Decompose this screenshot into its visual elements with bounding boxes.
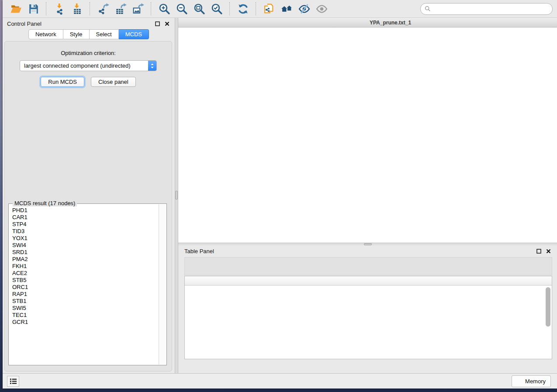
result-list-item[interactable]: ACE2 <box>12 270 159 277</box>
network-graph[interactable] <box>178 28 309 93</box>
hide-graphics-details-button[interactable] <box>298 2 311 15</box>
network-canvas[interactable] <box>178 28 557 243</box>
zoom-fit-button[interactable] <box>193 2 206 15</box>
close-panel-icon[interactable] <box>545 248 552 254</box>
mcds-result-list[interactable]: PHD1CAR1STP4TID3YOX1SWI4SRD1PMA2FKH1ACE2… <box>9 205 159 364</box>
close-window-icon[interactable] <box>182 20 187 25</box>
table-panel: Table Panel <box>178 245 557 373</box>
right-column: YPA_prune.txt_1 Table Panel <box>178 18 557 373</box>
criterion-dropdown[interactable]: largest connected component (undirected) <box>20 60 157 71</box>
result-list-item[interactable]: TEC1 <box>12 312 159 319</box>
network-window-titlebar: YPA_prune.txt_1 <box>178 18 557 28</box>
memory-button-label: Memory <box>525 378 546 385</box>
result-list-item[interactable]: GCR1 <box>12 319 159 326</box>
run-mcds-button[interactable]: Run MCDS <box>41 77 84 87</box>
control-panel: Control Panel NetworkStyleSelectMCDS Opt… <box>3 18 175 373</box>
zoom-selected-icon <box>211 3 223 15</box>
control-panel-tabs: NetworkStyleSelectMCDS <box>3 29 175 39</box>
network-from-selection-button[interactable] <box>263 2 276 15</box>
toolbar-separator <box>256 2 256 15</box>
search-input[interactable] <box>433 5 548 12</box>
control-panel-title: Control Panel <box>7 21 42 27</box>
result-list-item[interactable]: STB5 <box>12 277 159 284</box>
search-box[interactable] <box>420 3 553 15</box>
main-toolbar <box>3 0 557 18</box>
application-window: Control Panel NetworkStyleSelectMCDS Opt… <box>3 0 557 389</box>
vertical-splitter[interactable] <box>175 18 178 373</box>
zoom-out-button[interactable] <box>175 2 188 15</box>
result-list-item[interactable]: TID3 <box>12 228 159 235</box>
table-scrollbar[interactable] <box>545 285 551 358</box>
result-list-item[interactable]: CAR1 <box>12 214 159 221</box>
result-list-item[interactable]: PMA2 <box>12 256 159 263</box>
import-network-button[interactable] <box>53 2 66 15</box>
result-list-item[interactable]: SWI4 <box>12 242 159 249</box>
toolbar-separator <box>46 2 47 15</box>
zoom-fit-icon <box>194 3 205 15</box>
table-toolbar <box>184 257 552 275</box>
network-from-selection-icon <box>263 3 275 15</box>
result-list-item[interactable]: PHD1 <box>12 207 159 214</box>
import-table-icon <box>71 3 83 15</box>
optimization-criterion-label: Optimization criterion: <box>5 50 172 56</box>
tab-style[interactable]: Style <box>63 29 90 39</box>
table-panel-title: Table Panel <box>184 248 214 254</box>
dropdown-stepper-icon <box>148 61 156 71</box>
toolbar-separator <box>90 2 90 15</box>
status-bar: Memory <box>3 373 557 389</box>
tab-mcds[interactable]: MCDS <box>119 29 149 39</box>
apply-layout-button[interactable] <box>236 2 249 15</box>
mcds-result-group: MCDS result (17 nodes) PHD1CAR1STP4TID3Y… <box>8 203 167 365</box>
show-graphics-details-icon <box>316 3 328 15</box>
scrollbar-thumb[interactable] <box>546 287 550 327</box>
zoom-in-button[interactable] <box>158 2 171 15</box>
result-list-item[interactable]: STB1 <box>12 298 159 305</box>
open-file-button[interactable] <box>9 2 22 15</box>
mcds-tab-panel: Optimization criterion: largest connecte… <box>4 41 172 371</box>
toolbar-separator <box>229 2 230 15</box>
save-session-button[interactable] <box>27 2 40 15</box>
result-list-item[interactable]: YOX1 <box>12 235 159 242</box>
result-list-item[interactable]: RAP1 <box>12 291 159 298</box>
open-file-icon <box>10 3 22 15</box>
task-history-button[interactable] <box>7 376 19 387</box>
table-body <box>185 285 544 359</box>
import-network-icon <box>54 3 66 15</box>
result-list-item[interactable]: STP4 <box>12 221 159 228</box>
memory-status-icon <box>517 378 522 384</box>
splitter-grip[interactable] <box>175 191 178 199</box>
tab-select[interactable]: Select <box>90 29 119 39</box>
memory-button[interactable]: Memory <box>512 375 551 387</box>
main-area: Control Panel NetworkStyleSelectMCDS Opt… <box>3 18 557 373</box>
result-list-item[interactable]: SWI5 <box>12 305 159 312</box>
export-network-button[interactable] <box>97 2 110 15</box>
zoom-in-icon <box>159 3 170 15</box>
control-panel-header: Control Panel <box>3 18 175 29</box>
result-list-scrollbar[interactable] <box>159 204 166 364</box>
search-icon <box>425 6 431 12</box>
close-panel-icon[interactable] <box>164 21 170 27</box>
result-list-item[interactable]: FKH1 <box>12 263 159 270</box>
minimize-window-icon[interactable] <box>190 20 196 25</box>
first-neighbors-button[interactable] <box>280 2 293 15</box>
table-panel-header: Table Panel <box>178 245 557 257</box>
float-panel-icon[interactable] <box>536 248 542 254</box>
tab-network[interactable]: Network <box>28 29 63 39</box>
export-table-button[interactable] <box>114 2 127 15</box>
first-neighbors-icon <box>281 3 293 15</box>
float-panel-icon[interactable] <box>154 21 161 27</box>
result-list-item[interactable]: SRD1 <box>12 249 159 256</box>
zoom-selected-button[interactable] <box>210 2 223 15</box>
apply-layout-icon <box>237 3 249 15</box>
hide-graphics-details-icon <box>298 3 310 15</box>
export-image-button[interactable] <box>131 2 145 15</box>
show-graphics-details-button[interactable] <box>315 2 328 15</box>
network-window-title: YPA_prune.txt_1 <box>370 20 411 26</box>
export-network-icon <box>97 3 109 15</box>
maximize-window-icon[interactable] <box>199 20 204 25</box>
import-table-button[interactable] <box>70 2 83 15</box>
close-panel-button[interactable]: Close panel <box>91 77 136 87</box>
result-list-item[interactable]: ORC1 <box>12 284 159 291</box>
table-header-row <box>185 276 552 285</box>
node-table <box>184 276 552 359</box>
